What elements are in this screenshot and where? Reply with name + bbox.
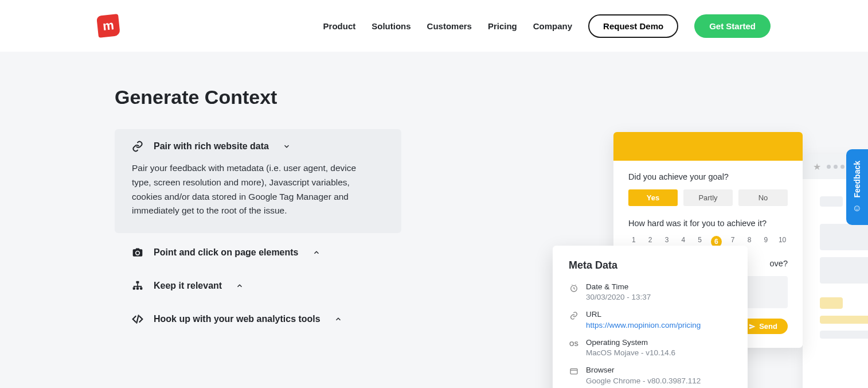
code-icon xyxy=(132,313,143,325)
svg-rect-0 xyxy=(136,281,139,284)
meta-label: URL xyxy=(586,309,701,320)
accordion-item-point-click: Point and click on page elements xyxy=(115,239,401,266)
chevron-up-icon xyxy=(236,282,244,290)
browser-icon xyxy=(569,366,579,377)
survey-option-partly[interactable]: Partly xyxy=(683,189,733,206)
main-nav: Product Solutions Customers Pricing Comp… xyxy=(323,14,771,38)
svg-rect-6 xyxy=(570,369,577,374)
meta-row-os: OS Operating System MacOS Mojave - v10.1… xyxy=(569,337,732,358)
meta-value-link[interactable]: https://www.mopinion.com/pricing xyxy=(586,320,701,331)
feedback-label: Feedback xyxy=(853,161,862,198)
more-dots-icon xyxy=(827,165,844,169)
accordion-item-analytics: Hook up with your web analytics tools xyxy=(115,305,401,333)
nav-solutions[interactable]: Solutions xyxy=(372,21,410,31)
survey-option-no[interactable]: No xyxy=(738,189,788,206)
meta-row-datetime: Date & Time 30/03/2020 - 13:37 xyxy=(569,282,732,302)
accordion-title: Keep it relevant xyxy=(154,281,222,291)
main-section: Generate Context Pair with rich website … xyxy=(0,52,868,388)
svg-rect-2 xyxy=(136,288,139,290)
meta-row-url: URL https://www.mopinion.com/pricing xyxy=(569,309,732,330)
send-icon xyxy=(749,323,756,330)
accordion-toggle[interactable]: Keep it relevant xyxy=(132,280,384,292)
page-title: Generate Context xyxy=(115,86,868,108)
get-started-button[interactable]: Get Started xyxy=(694,14,771,38)
svg-line-4 xyxy=(136,316,138,323)
scale-10[interactable]: 10 xyxy=(777,236,788,247)
logo-letter: m xyxy=(102,18,115,34)
accordion-body: Pair your feedback with metadata (i.e. u… xyxy=(132,161,373,218)
star-icon: ★ xyxy=(813,161,821,172)
accordion: Pair with rich website data Pair your fe… xyxy=(115,129,401,333)
meta-label: Browser xyxy=(586,365,701,375)
site-header: m Product Solutions Customers Pricing Co… xyxy=(0,0,868,52)
meta-value: 30/03/2020 - 13:37 xyxy=(586,292,651,302)
survey-option-yes[interactable]: Yes xyxy=(628,189,678,206)
accordion-title: Hook up with your web analytics tools xyxy=(154,314,320,324)
survey-question-1: Did you achieve your goal? xyxy=(628,172,788,181)
feedback-side-tab[interactable]: Feedback ☺ xyxy=(846,149,868,225)
os-icon: OS xyxy=(569,339,579,349)
survey-question-2: How hard was it for you to achieve it? xyxy=(628,219,788,228)
svg-rect-1 xyxy=(133,288,135,290)
chevron-up-icon xyxy=(334,315,342,323)
sitemap-icon xyxy=(132,280,143,292)
survey-options: Yes Partly No xyxy=(628,189,788,206)
accordion-item-pair-data: Pair with rich website data Pair your fe… xyxy=(115,129,401,233)
meta-value: Google Chrome - v80.0.3987.112 xyxy=(586,376,701,386)
send-label: Send xyxy=(759,322,777,331)
accordion-title: Pair with rich website data xyxy=(154,141,269,152)
clock-icon xyxy=(569,283,579,293)
nav-company[interactable]: Company xyxy=(533,21,572,31)
smiley-icon: ☺ xyxy=(853,203,862,214)
nav-pricing[interactable]: Pricing xyxy=(488,21,517,31)
accordion-toggle[interactable]: Hook up with your web analytics tools xyxy=(132,313,384,325)
meta-label: Date & Time xyxy=(586,282,651,292)
meta-row-browser: Browser Google Chrome - v80.0.3987.112 xyxy=(569,365,732,386)
request-demo-button[interactable]: Request Demo xyxy=(588,14,678,38)
survey-send-button[interactable]: Send xyxy=(741,319,788,334)
meta-label: Operating System xyxy=(586,337,675,348)
meta-title: Meta Data xyxy=(569,259,732,271)
logo[interactable]: m xyxy=(96,14,120,38)
survey-header-bar xyxy=(613,132,803,161)
nav-product[interactable]: Product xyxy=(323,21,356,31)
link-icon xyxy=(569,311,579,321)
link-icon xyxy=(132,141,143,152)
accordion-title: Point and click on page elements xyxy=(154,247,299,258)
accordion-toggle[interactable]: Pair with rich website data xyxy=(132,141,384,152)
meta-value: MacOS Mojave - v10.14.6 xyxy=(586,348,675,358)
accordion-item-relevant: Keep it relevant xyxy=(115,272,401,300)
meta-data-card: Meta Data Date & Time 30/03/2020 - 13:37… xyxy=(553,246,748,388)
chevron-down-icon xyxy=(283,142,291,150)
scale-9[interactable]: 9 xyxy=(760,236,771,247)
chevron-up-icon xyxy=(312,249,320,257)
svg-rect-3 xyxy=(140,288,142,290)
accordion-toggle[interactable]: Point and click on page elements xyxy=(132,247,384,258)
camera-icon xyxy=(132,247,143,258)
nav-customers[interactable]: Customers xyxy=(427,21,472,31)
